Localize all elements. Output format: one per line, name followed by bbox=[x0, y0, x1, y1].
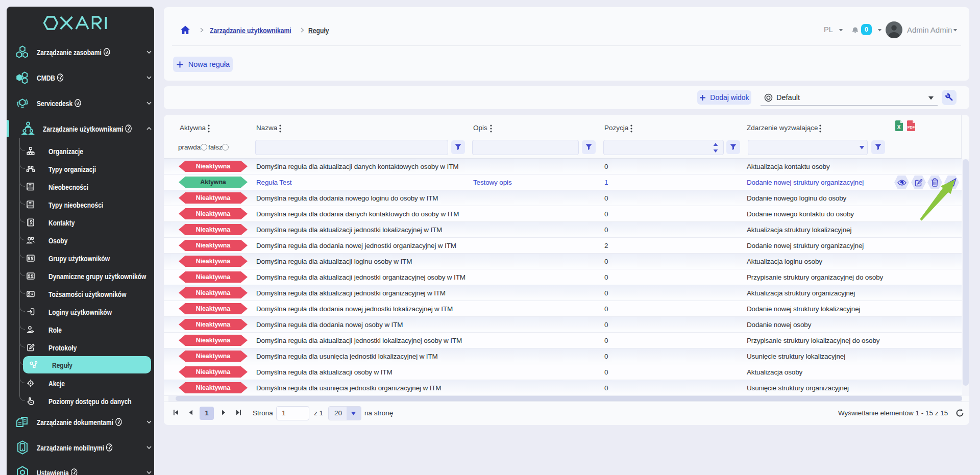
svg-text:PDF: PDF bbox=[908, 125, 915, 130]
svg-text:X: X bbox=[897, 124, 901, 130]
